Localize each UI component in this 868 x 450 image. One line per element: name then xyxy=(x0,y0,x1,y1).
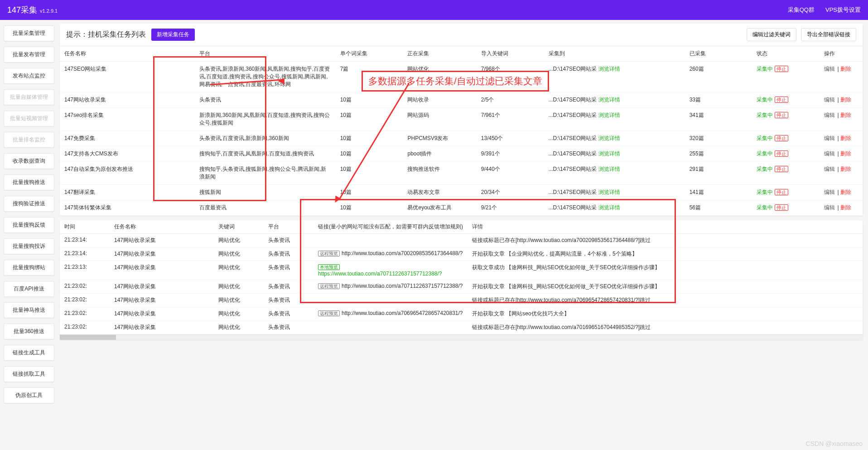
new-task-button[interactable]: 新增采集任务 xyxy=(151,29,195,41)
browse-detail-link[interactable]: 浏览详情 xyxy=(598,97,620,103)
task-collected: 341篇 xyxy=(685,108,752,131)
sidebar-item-9[interactable]: 批量搜狗反馈 xyxy=(4,217,54,233)
browse-detail-link[interactable]: 浏览详情 xyxy=(598,66,620,72)
sidebar-item-1[interactable]: 批量发布管理 xyxy=(4,47,54,63)
sidebar-item-4: 批量短视频管理 xyxy=(4,111,54,126)
task-ops: 编辑 | 删除 xyxy=(820,131,863,146)
app-title: 147采集 xyxy=(7,5,37,15)
log-col-1: 任务名称 xyxy=(110,220,214,234)
task-name: 147自动采集为原创发布推送 xyxy=(60,162,195,185)
delete-link[interactable]: 删除 xyxy=(840,135,851,141)
log-platform: 头条资讯 xyxy=(264,261,313,280)
task-collecting: 搜狗推送软件 xyxy=(403,162,476,185)
task-row: 147SEO网站采集头条资讯,新浪新闻,360新闻,凤凰新闻,搜狗知乎,百度资讯… xyxy=(60,62,863,92)
log-panel: 时间任务名称关键词平台链接(量小的网站可能没有匹配，如需要可群内反馈增加规则)详… xyxy=(60,220,863,340)
sidebar-item-7[interactable]: 批量搜狗推送 xyxy=(4,174,54,190)
app-header: 147采集 v1.2.9.1 采集QQ群 VPS拨号设置 xyxy=(0,0,868,20)
delete-link[interactable]: 删除 xyxy=(840,150,851,157)
edit-link[interactable]: 编辑 xyxy=(824,189,835,195)
sidebar-item-0[interactable]: 批量采集管理 xyxy=(4,25,54,41)
task-row: 147支持各大CMS发布搜狗知乎,百度资讯,凤凰新闻,百度知道,搜狗资讯10篇p… xyxy=(60,146,863,162)
horizontal-scrollbar[interactable] xyxy=(60,334,863,340)
log-keyword: 网站优化 xyxy=(214,234,264,247)
preview-tag[interactable]: 远程预览 xyxy=(318,310,340,316)
delete-link[interactable]: 删除 xyxy=(840,204,851,211)
browse-detail-link[interactable]: 浏览详情 xyxy=(598,150,620,157)
sidebar-item-14[interactable]: 批量360推送 xyxy=(4,324,54,339)
task-platform: 头条资讯 xyxy=(195,92,336,108)
stop-button[interactable]: 停止 xyxy=(775,189,788,195)
app-version: v1.2.9.1 xyxy=(40,8,58,14)
sidebar-item-12[interactable]: 百度API推送 xyxy=(4,281,54,297)
task-col-4: 导入关键词 xyxy=(477,46,544,62)
task-collected: 141篇 xyxy=(685,185,752,200)
log-link[interactable]: http://www.toutiao.com/a7002098535617364… xyxy=(342,250,463,256)
task-target: ...D:\147SEO网站采 浏览详情 xyxy=(544,185,685,200)
log-keyword: 网站优化 xyxy=(214,247,264,261)
sidebar-item-17[interactable]: 伪原创工具 xyxy=(4,387,54,403)
task-row: 147简体转繁体采集百度最资讯10篇易优eyou发布工具9/21个...D:\1… xyxy=(60,200,863,216)
browse-detail-link[interactable]: 浏览详情 xyxy=(598,189,620,195)
log-link-cell xyxy=(313,234,468,247)
sidebar-item-11[interactable]: 批量搜狗绑站 xyxy=(4,260,54,276)
sidebar-item-6[interactable]: 收录数据查询 xyxy=(4,153,54,169)
stop-button[interactable]: 停止 xyxy=(775,166,788,172)
delete-link[interactable]: 删除 xyxy=(840,112,851,118)
delete-link[interactable]: 删除 xyxy=(840,66,851,72)
delete-link[interactable]: 删除 xyxy=(840,189,851,195)
log-link[interactable]: http://www.toutiao.com/a7071122637157712… xyxy=(342,283,463,289)
log-keyword: 网站优化 xyxy=(214,321,264,334)
task-platform: 搜狗知乎,头条资讯,搜狐新闻,搜狗公众号,腾讯新闻,新浪新闻 xyxy=(195,162,336,185)
task-collecting: 网站收录 xyxy=(403,92,476,108)
log-time: 21:23:14: xyxy=(60,247,110,261)
edit-link[interactable]: 编辑 xyxy=(824,204,835,211)
edit-link[interactable]: 编辑 xyxy=(824,66,835,72)
log-col-2: 关键词 xyxy=(214,220,264,234)
task-platform: 搜狐新闻 xyxy=(195,185,336,200)
edit-link[interactable]: 编辑 xyxy=(824,150,835,157)
log-platform: 头条资讯 xyxy=(264,247,313,261)
stop-button[interactable]: 停止 xyxy=(775,135,788,141)
log-time: 21:23:14: xyxy=(60,234,110,247)
sidebar-item-16[interactable]: 链接抓取工具 xyxy=(4,366,54,382)
stop-button[interactable]: 停止 xyxy=(775,66,788,72)
log-detail: 链接或标题已存在[http://www.toutiao.com/a7016965… xyxy=(468,321,863,334)
task-imported: 2/5个 xyxy=(477,92,544,108)
stop-button[interactable]: 停止 xyxy=(775,150,788,157)
preview-tag[interactable]: 远程预览 xyxy=(318,283,340,289)
export-errors-button[interactable]: 导出全部错误链接 xyxy=(801,28,856,41)
edit-link[interactable]: 编辑 xyxy=(824,166,835,172)
stop-button[interactable]: 停止 xyxy=(775,204,788,211)
log-link[interactable]: https://www.toutiao.com/a707112263715771… xyxy=(318,271,442,277)
link-qq-group[interactable]: 采集QQ群 xyxy=(788,6,815,14)
log-row: 21:23:02:147网站收录采集网站优化头条资讯链接或标题已存在[http:… xyxy=(60,321,863,334)
browse-detail-link[interactable]: 浏览详情 xyxy=(598,112,620,118)
browse-detail-link[interactable]: 浏览详情 xyxy=(598,135,620,141)
sidebar-item-2[interactable]: 发布站点监控 xyxy=(4,68,54,84)
edit-link[interactable]: 编辑 xyxy=(824,135,835,141)
log-link-cell: 远程预览http://www.toutiao.com/a707112263715… xyxy=(313,280,468,294)
log-detail: 开始获取文章 【途网科技_网站SEO优化如何做_关于SEO优化详细操作步骤】 xyxy=(468,280,863,294)
edit-link[interactable]: 编辑 xyxy=(824,97,835,103)
task-imported: 7/961个 xyxy=(477,108,544,131)
edit-filter-button[interactable]: 编辑过滤关键词 xyxy=(747,28,796,41)
browse-detail-link[interactable]: 浏览详情 xyxy=(598,166,620,172)
sidebar-item-15[interactable]: 链接生成工具 xyxy=(4,345,54,361)
task-target: ...D:\147SEO网站采 浏览详情 xyxy=(544,200,685,216)
link-vps-dial[interactable]: VPS拨号设置 xyxy=(825,6,861,14)
preview-tag[interactable]: 本地预览 xyxy=(318,264,340,270)
edit-link[interactable]: 编辑 xyxy=(824,112,835,118)
stop-button[interactable]: 停止 xyxy=(775,97,788,103)
preview-tag[interactable]: 远程预览 xyxy=(318,251,340,256)
task-table: 任务名称平台单个词采集正在采集导入关键词采集到已采集状态操作 147SEO网站采… xyxy=(60,46,863,216)
sidebar-item-8[interactable]: 搜狗验证推送 xyxy=(4,196,54,212)
log-link[interactable]: http://www.toutiao.com/a7069654728657420… xyxy=(342,310,463,316)
delete-link[interactable]: 删除 xyxy=(840,166,851,172)
delete-link[interactable]: 删除 xyxy=(840,97,851,103)
task-col-8: 操作 xyxy=(820,46,863,62)
sidebar-item-13[interactable]: 批量神马推送 xyxy=(4,302,54,318)
task-row: 147seo排名采集新浪新闻,360新闻,凤凰新闻,百度知道,搜狗资讯,搜狗公众… xyxy=(60,108,863,131)
browse-detail-link[interactable]: 浏览详情 xyxy=(598,204,620,211)
stop-button[interactable]: 停止 xyxy=(775,112,788,118)
sidebar-item-10[interactable]: 批量搜狗投诉 xyxy=(4,238,54,254)
